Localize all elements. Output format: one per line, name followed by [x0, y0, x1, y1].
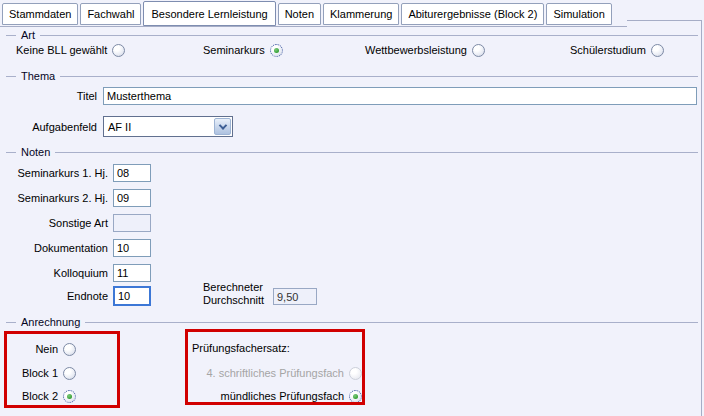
- aufgabenfeld-label: Aufgabenfeld: [0, 121, 97, 133]
- radio-schuelerstudium[interactable]: [651, 44, 664, 57]
- radio-keine-bll[interactable]: [112, 44, 125, 57]
- group-thema-legend: Thema: [21, 70, 55, 82]
- pruefung-muendlich-label: mündliches Prüfungsfach: [220, 390, 344, 402]
- radio-muendliches-pruefungsfach[interactable]: [349, 390, 362, 403]
- group-line: [40, 35, 698, 36]
- anrechnung-nein-label: Nein: [35, 343, 58, 355]
- group-line: [6, 322, 16, 323]
- group-line: [6, 35, 16, 36]
- durchschnitt-label-line1: Berechneter: [203, 281, 263, 293]
- dokumentation-input[interactable]: [113, 239, 151, 257]
- group-line: [6, 152, 16, 153]
- group-art-legend: Art: [21, 29, 35, 41]
- anrechnung-option-block1: Block 1: [10, 365, 76, 381]
- group-line: [85, 322, 698, 323]
- durchschnitt-label-line2: Durchschnitt: [203, 294, 264, 306]
- radio-schriftliches-pruefungsfach: [349, 367, 362, 380]
- seminarkurs1-label: Seminarkurs 1. Hj.: [0, 167, 108, 179]
- sonstige-art-label: Sonstige Art: [0, 217, 108, 229]
- tab-abiturergebnisse[interactable]: Abiturergebnisse (Block 2): [401, 3, 544, 25]
- tab-bar: Stammdaten Fachwahl Besondere Lernleistu…: [2, 0, 612, 26]
- group-anrechnung: Anrechnung: [6, 315, 698, 329]
- titel-label: Titel: [0, 90, 97, 102]
- radio-nein[interactable]: [63, 343, 76, 356]
- pruefung-option-muendlich: mündliches Prüfungsfach: [192, 388, 362, 404]
- endnote-label: Endnote: [0, 290, 108, 302]
- art-option-schuelerstudium-label: Schülerstudium: [570, 44, 646, 56]
- tab-simulation[interactable]: Simulation: [546, 3, 611, 25]
- anrechnung-option-block2: Block 2: [10, 388, 76, 404]
- titel-input[interactable]: [103, 87, 697, 105]
- kolloquium-input[interactable]: [113, 264, 151, 282]
- radio-block2[interactable]: [63, 390, 76, 403]
- sonstige-art-input: [113, 214, 151, 232]
- art-option-seminarkurs-label: Seminarkurs: [203, 44, 265, 56]
- tab-noten[interactable]: Noten: [278, 3, 321, 25]
- panel-right-border: [701, 20, 702, 416]
- endnote-input[interactable]: [113, 286, 151, 306]
- art-option-seminarkurs: Seminarkurs: [203, 42, 283, 58]
- group-line: [60, 76, 698, 77]
- panel-top-border-right: [627, 20, 702, 21]
- art-option-wettbewerbsleistung-label: Wettbewerbsleistung: [365, 44, 467, 56]
- radio-block1[interactable]: [63, 367, 76, 380]
- tab-fachwahl[interactable]: Fachwahl: [80, 3, 141, 25]
- group-anrechnung-legend: Anrechnung: [21, 316, 80, 328]
- panel-top-border: [0, 26, 627, 27]
- group-noten: Noten: [6, 145, 698, 159]
- radio-seminarkurs[interactable]: [270, 44, 283, 57]
- group-art: Art: [6, 28, 698, 42]
- radio-wettbewerbsleistung[interactable]: [472, 44, 485, 57]
- seminarkurs1-input[interactable]: [113, 164, 151, 182]
- art-option-keine-bll: Keine BLL gewählt: [16, 42, 125, 58]
- art-option-wettbewerbsleistung: Wettbewerbsleistung: [365, 42, 485, 58]
- bll-form-page: Stammdaten Fachwahl Besondere Lernleistu…: [0, 0, 704, 416]
- art-option-schuelerstudium: Schülerstudium: [570, 42, 664, 58]
- anrechnung-block2-label: Block 2: [22, 390, 58, 402]
- group-line: [6, 76, 16, 77]
- tab-besondere-lernleistung[interactable]: Besondere Lernleistung: [143, 1, 275, 26]
- dropdown-arrow-button[interactable]: [214, 118, 231, 135]
- pruefungsfachersatz-heading: Prüfungsfachersatz:: [192, 342, 290, 354]
- group-thema: Thema: [6, 69, 698, 83]
- pruefung-schriftlich-label: 4. schriftliches Prüfungsfach: [206, 367, 344, 379]
- tab-stammdaten[interactable]: Stammdaten: [2, 3, 78, 25]
- aufgabenfeld-select[interactable]: AF II: [103, 116, 233, 137]
- anrechnung-block1-label: Block 1: [22, 367, 58, 379]
- aufgabenfeld-selected-value: AF II: [108, 121, 131, 133]
- group-line: [55, 152, 698, 153]
- durchschnitt-label: Berechneter Durchschnitt: [203, 281, 264, 307]
- dokumentation-label: Dokumentation: [0, 242, 108, 254]
- art-option-keine-bll-label: Keine BLL gewählt: [16, 44, 107, 56]
- pruefung-option-schriftlich: 4. schriftliches Prüfungsfach: [192, 365, 362, 381]
- seminarkurs2-label: Seminarkurs 2. Hj.: [0, 192, 108, 204]
- durchschnitt-input: [273, 288, 317, 305]
- kolloquium-label: Kolloquium: [0, 267, 108, 279]
- seminarkurs2-input[interactable]: [113, 189, 151, 207]
- chevron-down-icon: [218, 121, 226, 129]
- group-noten-legend: Noten: [21, 146, 50, 158]
- tab-klammerung[interactable]: Klammerung: [323, 3, 399, 25]
- anrechnung-option-nein: Nein: [10, 341, 76, 357]
